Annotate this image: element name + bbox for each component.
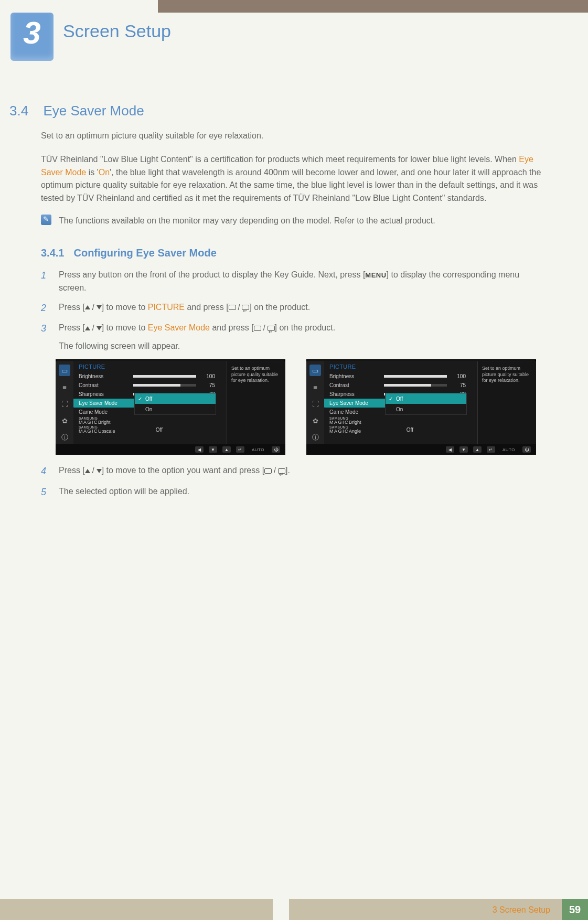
osd-item-label: Brightness xyxy=(329,373,384,379)
osd-button-bar: ◀ ▼ ▲ ↵ AUTO ⏻ xyxy=(306,444,536,455)
note-icon xyxy=(41,215,51,225)
osd-button-bar: ◀ ▼ ▲ ↵ AUTO ⏻ xyxy=(56,444,285,455)
note-text: The functions available on the monitor m… xyxy=(59,215,435,227)
settings-tab-icon: ✿ xyxy=(309,415,321,426)
step3-text-a: Press [ xyxy=(59,323,85,332)
color-tab-icon: ≡ xyxy=(309,381,321,393)
step-number: 4 xyxy=(41,464,50,479)
step-1: 1 Press any button on the front of the p… xyxy=(41,269,546,295)
step2-text-a: Press [ xyxy=(59,303,85,312)
osd-item-label: Brightness xyxy=(79,373,133,379)
step3-text-d: ] on the product. xyxy=(275,323,336,332)
step-number: 2 xyxy=(41,301,50,316)
step-2: 2 Press [/] to move to PICTURE and press… xyxy=(41,301,546,316)
osd-item-value: 75 xyxy=(201,382,215,388)
step3-text-b: ] to move to xyxy=(102,323,148,332)
header-stripe xyxy=(158,0,588,13)
osd-screen-left: ▭ ≡ ⛶ ✿ ⓘ PICTURE Brightness 100 Contras… xyxy=(56,359,285,455)
osd-item-value: 100 xyxy=(201,373,215,379)
body-text-post: ', the blue light that wavelength is aro… xyxy=(41,168,541,203)
osd-item-value: 100 xyxy=(452,373,466,379)
step2-text-d: ] on the product. xyxy=(249,303,310,312)
step-number: 5 xyxy=(41,485,50,500)
osd-screenshots: ▭ ≡ ⛶ ✿ ⓘ PICTURE Brightness 100 Contras… xyxy=(56,359,546,455)
osd-item-label: Sharpness xyxy=(329,391,384,397)
up-down-icon: / xyxy=(85,323,102,334)
osd-down-icon: ▼ xyxy=(209,446,217,453)
osd-power-icon: ⏻ xyxy=(272,446,280,453)
step3-text-c: and press [ xyxy=(210,323,254,332)
picture-tab-icon: ▭ xyxy=(59,365,70,376)
osd-sidebar: ▭ ≡ ⛶ ✿ ⓘ xyxy=(306,361,324,444)
enter-source-icon: / xyxy=(254,323,275,334)
osd-left-icon: ◀ xyxy=(446,446,454,453)
osd-screen-right: ▭ ≡ ⛶ ✿ ⓘ PICTURE Brightness 100 Contras… xyxy=(306,359,536,455)
osd-angle-value: Off xyxy=(407,427,413,433)
eye-saver-mode-inline: Eye Saver Mode xyxy=(148,323,210,332)
osd-help-text: Set to an optimum picture quality suitab… xyxy=(477,361,536,444)
osd-help-text: Set to an optimum picture quality suitab… xyxy=(227,361,285,444)
info-tab-icon: ⓘ xyxy=(309,432,321,443)
step2-text-c: and press [ xyxy=(185,303,229,312)
osd-enter-icon: ↵ xyxy=(236,446,244,453)
step-number: 3 xyxy=(41,322,50,353)
body-text-mid: is ' xyxy=(86,168,99,177)
info-tab-icon: ⓘ xyxy=(59,432,70,443)
step-5: 5 The selected option will be applied. xyxy=(41,485,546,500)
step5-text: The selected option will be applied. xyxy=(59,485,189,500)
osd-item-label: SAMSUNGMAGICUpscale xyxy=(79,426,115,434)
step-4: 4 Press [/] to move to the option you wa… xyxy=(41,464,546,479)
osd-item-label: Game Mode xyxy=(329,409,384,415)
osd-option-off: Off xyxy=(386,393,466,404)
osd-item-label: Game Mode xyxy=(79,409,133,415)
osd-item-label: Contrast xyxy=(79,382,133,388)
main-content: 3.4 Eye Saver Mode Set to an optimum pic… xyxy=(9,103,546,506)
osd-sidebar: ▭ ≡ ⛶ ✿ ⓘ xyxy=(56,361,73,444)
enter-source-icon: / xyxy=(229,302,250,314)
step-number: 1 xyxy=(41,269,50,295)
osd-item-value: 75 xyxy=(452,382,466,388)
picture-inline: PICTURE xyxy=(148,303,185,312)
subsection-heading: 3.4.1Configuring Eye Saver Mode xyxy=(41,247,546,259)
osd-panel-title: PICTURE xyxy=(329,363,473,370)
footer-page-number: 59 xyxy=(562,899,588,920)
osd-brightness-row: Brightness 100 xyxy=(79,372,222,381)
step4-text-a: Press [ xyxy=(59,466,85,475)
osd-dropdown: Off On xyxy=(385,393,467,415)
subsection-title: Configuring Eye Saver Mode xyxy=(73,247,216,259)
steps-list-continued: 4 Press [/] to move to the option you wa… xyxy=(41,464,546,500)
osd-up-icon: ▲ xyxy=(473,446,482,453)
osd-item-label: SAMSUNGMAGICBright xyxy=(79,417,111,425)
color-tab-icon: ≡ xyxy=(59,381,70,393)
section-intro: Set to an optimum picture quality suitab… xyxy=(41,130,546,143)
step4-text-b: ] to move to the option you want and pre… xyxy=(102,466,264,475)
osd-item-label: SAMSUNGMAGICBright xyxy=(329,417,361,425)
osd-dropdown: Off On xyxy=(134,393,216,415)
menu-button-label: MENU xyxy=(365,271,386,279)
osd-item-label: Sharpness xyxy=(79,391,133,397)
enter-source-icon: / xyxy=(264,465,285,477)
osd-main-panel: PICTURE Brightness 100 Contrast 75 Sharp… xyxy=(73,361,227,444)
section-number: 3.4 xyxy=(9,103,41,119)
osd-up-icon: ▲ xyxy=(222,446,231,453)
osd-enter-icon: ↵ xyxy=(487,446,495,453)
osd-main-panel: PICTURE Brightness 100 Contrast 75 Sharp… xyxy=(324,361,477,444)
step2-text-b: ] to move to xyxy=(102,303,148,312)
section-title: Eye Saver Mode xyxy=(43,103,144,119)
footer-chapter-label: 3 Screen Setup xyxy=(493,905,550,915)
osd-item-label: Contrast xyxy=(329,382,384,388)
osd-down-icon: ▼ xyxy=(459,446,468,453)
chapter-number-tab: 3 xyxy=(10,13,54,61)
step3-followup: The following screen will appear. xyxy=(59,340,335,353)
osd-magicupscale-row: SAMSUNGMAGICUpscale xyxy=(79,425,222,434)
step4-text-c: ]. xyxy=(285,466,290,475)
osd-item-label: Eye Saver Mode xyxy=(329,400,384,406)
osd-magicbright-row: SAMSUNGMAGICBright xyxy=(329,416,473,425)
osd-panel-title: PICTURE xyxy=(79,363,222,370)
note-row: The functions available on the monitor m… xyxy=(41,215,546,227)
osd-auto-label: AUTO xyxy=(250,446,266,453)
osd-brightness-row: Brightness 100 xyxy=(329,372,473,381)
osd-magicangle-row: SAMSUNGMAGICAngle xyxy=(329,425,473,434)
body-text-pre: TÜV Rheinland "Low Blue Light Content" i… xyxy=(41,155,519,164)
up-down-icon: / xyxy=(85,302,102,314)
